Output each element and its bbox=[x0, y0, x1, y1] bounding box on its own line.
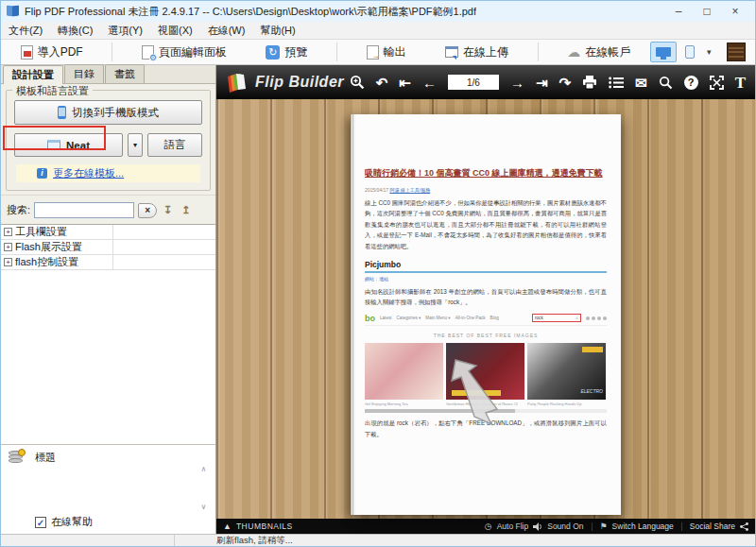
desktop-mode-button[interactable] bbox=[650, 42, 677, 62]
close-button[interactable]: × bbox=[721, 5, 749, 18]
tab-bookmarks[interactable]: 書籤 bbox=[105, 64, 145, 83]
minimize-button[interactable]: – bbox=[664, 5, 693, 18]
settings-search-input[interactable] bbox=[34, 202, 134, 218]
help-icon[interactable]: ? bbox=[684, 76, 698, 90]
tablet-icon bbox=[685, 45, 695, 59]
menu-file[interactable]: 文件(Z) bbox=[1, 24, 50, 38]
switch-language-label[interactable]: Switch Language bbox=[612, 521, 674, 531]
mode-dropdown-caret[interactable]: ▾ bbox=[703, 47, 715, 57]
upload-window-icon bbox=[445, 46, 458, 58]
output-button[interactable]: → 輸出 bbox=[355, 41, 418, 63]
previous-page-icon[interactable]: ← bbox=[422, 76, 437, 90]
redo-icon[interactable]: ↷ bbox=[559, 76, 572, 90]
menu-convert[interactable]: 轉換(C) bbox=[50, 24, 100, 38]
sound-icon[interactable] bbox=[533, 522, 542, 531]
chevron-down-icon: ▾ bbox=[133, 141, 137, 149]
scroll-down-icon[interactable]: ∨ bbox=[201, 504, 207, 511]
tab-design-settings[interactable]: 設計設置 bbox=[3, 65, 63, 84]
viewer-bottom-bar: ▲ THUMBNAILS ◷ Auto Flip Sound On ⚑ Swit… bbox=[216, 519, 755, 534]
tree-item-flash-display-settings[interactable]: + Flash展示設置 bbox=[1, 240, 215, 255]
social-share-label[interactable]: Social Share bbox=[690, 521, 735, 531]
clear-search-button[interactable]: × bbox=[138, 203, 157, 218]
status-bar: 刷新flash, 請稍等... bbox=[1, 534, 755, 546]
settings-search-row: 搜索: × ↧ ↥ bbox=[1, 195, 215, 224]
tree-item-label: 工具欄設置 bbox=[15, 225, 67, 239]
title-list-scrollbar[interactable]: ∧ ∨ bbox=[198, 466, 210, 511]
search-icon[interactable] bbox=[659, 76, 673, 90]
tree-item-label: flash控制設置 bbox=[15, 255, 78, 269]
site-search-box-highlighted: rock ⌕ bbox=[532, 314, 581, 322]
collapse-all-icon[interactable]: ↧ bbox=[161, 204, 175, 216]
switch-mobile-button[interactable]: 切換到手機版模式 bbox=[14, 100, 202, 125]
article-site-link[interactable]: 網站：連結 bbox=[365, 276, 607, 282]
menu-help[interactable]: 幫助(H) bbox=[252, 24, 302, 38]
bookshelf-button[interactable] bbox=[723, 42, 749, 62]
bookshelf-icon bbox=[727, 43, 746, 61]
photo-caption: Girl Enjoying Morning Tea bbox=[365, 402, 443, 406]
page-number-input[interactable] bbox=[448, 75, 499, 90]
flipbook-page[interactable]: 吸睛行銷必備！10 個高畫質 CC0 線上圖庫精選，通通免費下載 2015/04… bbox=[351, 114, 621, 515]
template-dropdown-button[interactable]: ▾ bbox=[128, 133, 143, 157]
share-icon[interactable] bbox=[740, 522, 748, 531]
site-photo-3: ELECTRO bbox=[527, 343, 606, 400]
photo-caption: Party People Rocking Hands Up bbox=[527, 402, 606, 406]
template-language-group: 模板和語言設置 切換到手機版模式 Neat ▾ 語言 bbox=[6, 90, 211, 191]
tree-item-flash-control-settings[interactable]: + flash控制設置 bbox=[1, 255, 215, 270]
more-templates-link[interactable]: 更多在線模板... bbox=[53, 166, 124, 180]
auto-flip-label[interactable]: Auto Flip bbox=[497, 521, 529, 531]
expand-icon[interactable]: + bbox=[4, 258, 12, 266]
undo-icon[interactable]: ↶ bbox=[376, 76, 388, 90]
tree-item-label: Flash展示設置 bbox=[15, 240, 82, 254]
table-of-contents-icon[interactable] bbox=[609, 77, 624, 89]
online-upload-button[interactable]: 在線上傳 bbox=[434, 41, 520, 63]
tab-table-of-contents[interactable]: 目錄 bbox=[64, 64, 104, 83]
tree-item-toolbar-settings[interactable]: + 工具欄設置 bbox=[1, 225, 215, 240]
template-icon bbox=[47, 140, 60, 150]
site-nav-item: Main Menu ▾ bbox=[425, 316, 450, 320]
site-nav-item: Blog bbox=[490, 316, 499, 320]
article-author-link[interactable]: 阿湯 線上工具/服務 bbox=[389, 187, 430, 193]
switch-mobile-label: 切換到手機版模式 bbox=[72, 106, 159, 120]
maximize-button[interactable]: □ bbox=[693, 5, 721, 18]
article-date: 2015/04/17 bbox=[365, 187, 388, 193]
thumbnails-toggle-icon[interactable]: ▲ bbox=[223, 522, 232, 531]
online-help-checkbox[interactable]: ✓ bbox=[35, 517, 46, 528]
menu-online[interactable]: 在線(W) bbox=[200, 24, 253, 38]
fullscreen-icon[interactable] bbox=[710, 76, 724, 90]
menu-options[interactable]: 選項(Y) bbox=[100, 24, 150, 38]
online-account-button[interactable]: ☁ 在線帳戶 bbox=[556, 41, 642, 63]
menu-bar: 文件(Z) 轉換(C) 選項(Y) 視圖(X) 在線(W) 幫助(H) bbox=[1, 22, 755, 40]
expand-all-icon[interactable]: ↥ bbox=[179, 204, 193, 216]
email-icon[interactable]: ✉ bbox=[635, 76, 647, 90]
language-flag-icon[interactable]: ⚑ bbox=[600, 522, 608, 531]
auto-flip-icon[interactable]: ◷ bbox=[485, 522, 492, 531]
language-label: 語言 bbox=[164, 138, 186, 152]
menu-view[interactable]: 視圖(X) bbox=[150, 24, 200, 38]
output-label: 輸出 bbox=[384, 44, 406, 60]
status-message: 刷新flash, 請稍等... bbox=[175, 535, 293, 547]
language-button[interactable]: 語言 bbox=[147, 133, 202, 157]
page-edit-button[interactable]: ⚙ 頁面編輯面板 bbox=[130, 41, 238, 63]
mobile-mode-button[interactable] bbox=[677, 42, 703, 62]
scroll-up-icon[interactable]: ∧ bbox=[201, 466, 207, 473]
site-nav-item: Categories ▾ bbox=[397, 316, 421, 320]
preview-label: 預覽 bbox=[284, 44, 307, 60]
template-select-button[interactable]: Neat bbox=[14, 133, 123, 157]
zoom-in-icon[interactable] bbox=[350, 75, 365, 90]
preview-button[interactable]: ↻ 預覽 bbox=[254, 41, 318, 63]
flip-builder-logo: Flip Builder bbox=[226, 73, 344, 93]
site-nav-item: Latest bbox=[380, 316, 392, 320]
article-section-heading: Picjumbo bbox=[365, 260, 607, 273]
cloud-icon: ☁ bbox=[567, 45, 580, 59]
first-page-icon[interactable]: ⇤ bbox=[399, 76, 411, 90]
status-bar-cell bbox=[1, 535, 175, 546]
next-page-icon[interactable]: → bbox=[510, 76, 524, 90]
sound-label[interactable]: Sound On bbox=[547, 521, 583, 531]
last-page-icon[interactable]: ⇥ bbox=[536, 76, 548, 90]
thumbnails-label[interactable]: THUMBNAILS bbox=[236, 521, 293, 531]
text-select-icon[interactable]: T bbox=[735, 75, 746, 91]
print-icon[interactable] bbox=[582, 76, 597, 90]
expand-icon[interactable]: + bbox=[4, 243, 12, 251]
expand-icon[interactable]: + bbox=[4, 228, 12, 236]
import-pdf-button[interactable]: 導入PDF bbox=[9, 41, 94, 63]
